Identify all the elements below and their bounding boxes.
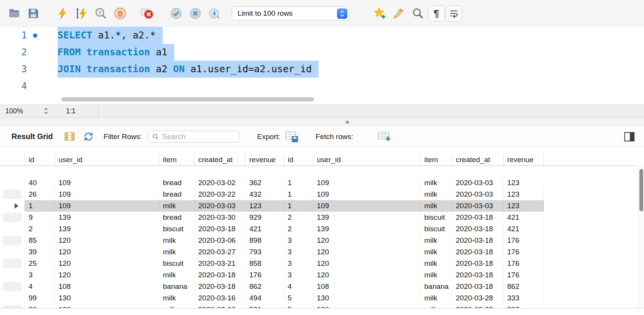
grid-row[interactable]: 2139biscuit2020-03-184212139biscuit2020-… <box>0 223 637 235</box>
editor-line[interactable]: 1SELECT a1.*, a2.* <box>0 27 644 44</box>
grid-row[interactable]: 39120milk2020-03-277933120milk2020-03-18… <box>0 246 637 258</box>
row-gutter[interactable] <box>0 212 25 223</box>
fetch-rows-button[interactable] <box>378 131 391 143</box>
grid-cell[interactable]: 109 <box>54 177 159 189</box>
grid-cell[interactable]: 494 <box>245 292 284 304</box>
grid-cell[interactable]: 85 <box>25 235 54 246</box>
grid-cell[interactable]: 793 <box>245 246 284 258</box>
row-gutter[interactable] <box>0 304 25 308</box>
grid-cell[interactable]: 421 <box>503 212 543 223</box>
grid-cell[interactable]: milk <box>159 246 194 258</box>
grid-cell[interactable]: 176 <box>245 269 284 281</box>
grid-cell[interactable]: 109 <box>313 189 420 200</box>
stop-query-button[interactable] <box>111 5 129 22</box>
grid-cell[interactable]: 4 <box>25 281 54 292</box>
execute-button[interactable] <box>54 5 71 22</box>
export-button[interactable] <box>286 131 299 143</box>
grid-cell[interactable]: milk <box>159 235 194 246</box>
grid-cell[interactable]: 130 <box>54 292 159 304</box>
grid-cell[interactable]: 120 <box>313 258 420 269</box>
grid-cell[interactable]: 333 <box>503 304 543 308</box>
refresh-button[interactable] <box>83 131 94 142</box>
grid-cell[interactable]: 2020-03-03 <box>452 177 503 189</box>
grid-cell[interactable]: 120 <box>54 235 159 246</box>
rollback-button[interactable] <box>187 5 204 22</box>
editor-horizontal-scrollbar[interactable] <box>61 97 314 101</box>
row-gutter[interactable] <box>0 258 25 269</box>
grid-cell[interactable]: 2020-03-18 <box>452 212 503 223</box>
grid-cell[interactable]: 898 <box>245 235 284 246</box>
grid-cell[interactable]: 130 <box>313 292 420 304</box>
grid-cell[interactable]: 2020-03-02 <box>194 177 245 189</box>
grid-cell[interactable]: 9 <box>25 212 54 223</box>
grid-cell[interactable]: 1 <box>284 177 313 189</box>
grid-cell[interactable]: 421 <box>245 223 284 235</box>
grid-row[interactable]: 4108banana2020-03-188624108banana2020-03… <box>0 281 637 292</box>
editor-line[interactable]: 4 <box>0 78 644 94</box>
grid-cell[interactable]: 1 <box>284 200 313 212</box>
pane-splitter[interactable] <box>0 118 644 126</box>
toggle-autocommit-button[interactable] <box>206 5 223 22</box>
grid-cell[interactable]: biscuit <box>420 223 452 235</box>
grid-cell[interactable]: 139 <box>54 212 159 223</box>
grid-view-button[interactable] <box>64 132 75 141</box>
grid-cell[interactable]: 123 <box>503 200 543 212</box>
grid-row[interactable]: 1109milk2020-03-031231109milk2020-03-031… <box>0 200 637 212</box>
commit-button[interactable] <box>167 5 185 22</box>
row-gutter[interactable] <box>0 281 25 292</box>
grid-row[interactable]: 86130milk2020-03-065815130milk2020-03-28… <box>0 304 637 308</box>
grid-cell[interactable]: 2020-03-06 <box>194 304 245 308</box>
grid-vertical-scrollbar[interactable] <box>638 166 644 308</box>
save-snippet-button[interactable] <box>371 5 388 22</box>
grid-cell[interactable]: 2020-03-30 <box>194 212 245 223</box>
grid-cell[interactable]: 108 <box>54 281 159 292</box>
grid-cell[interactable]: biscuit <box>420 212 452 223</box>
column-header-id-0[interactable]: id <box>25 154 54 166</box>
scrollbar-thumb[interactable] <box>639 169 643 211</box>
row-gutter[interactable] <box>0 189 25 200</box>
sql-editor[interactable]: 1SELECT a1.*, a2.*2FROM transaction a13J… <box>0 27 644 104</box>
grid-cell[interactable]: 929 <box>245 212 284 223</box>
grid-cell[interactable]: 862 <box>245 281 284 292</box>
beautify-script-button[interactable] <box>390 5 408 22</box>
grid-cell[interactable]: 2020-03-28 <box>452 304 503 308</box>
search-input[interactable] <box>162 133 231 141</box>
grid-cell[interactable]: 2020-03-18 <box>452 269 503 281</box>
row-gutter[interactable] <box>0 269 25 281</box>
row-gutter[interactable] <box>0 235 25 246</box>
row-gutter[interactable] <box>0 200 25 212</box>
grid-cell[interactable]: milk <box>420 269 452 281</box>
grid-cell[interactable]: 2020-03-16 <box>194 292 245 304</box>
grid-cell[interactable]: milk <box>420 304 452 308</box>
grid-cell[interactable]: bread <box>159 177 194 189</box>
grid-cell[interactable]: 2020-03-18 <box>452 223 503 235</box>
grid-cell[interactable]: milk <box>420 200 452 212</box>
grid-cell[interactable]: 2020-03-27 <box>194 246 245 258</box>
grid-cell[interactable]: 109 <box>313 200 420 212</box>
grid-cell[interactable]: 109 <box>54 189 159 200</box>
grid-cell[interactable]: 26 <box>25 189 54 200</box>
grid-cell[interactable]: 139 <box>313 223 420 235</box>
grid-cell[interactable]: 858 <box>245 258 284 269</box>
grid-cell[interactable]: milk <box>420 246 452 258</box>
grid-cell[interactable]: 2020-03-18 <box>452 258 503 269</box>
grid-cell[interactable]: milk <box>420 189 452 200</box>
grid-cell[interactable]: 130 <box>313 304 420 308</box>
row-gutter[interactable] <box>0 292 25 304</box>
grid-cell[interactable]: 176 <box>503 258 543 269</box>
grid-cell[interactable]: 362 <box>245 177 284 189</box>
toggle-stop-on-error-button[interactable] <box>138 5 156 22</box>
grid-cell[interactable]: biscuit <box>159 223 194 235</box>
column-header-item-2[interactable]: item <box>159 154 194 166</box>
column-header-user_id-6[interactable]: user_id <box>313 154 420 166</box>
grid-cell[interactable]: 3 <box>284 235 313 246</box>
column-header-item-7[interactable]: item <box>420 154 452 166</box>
grid-cell[interactable]: 109 <box>313 177 420 189</box>
grid-cell[interactable]: milk <box>420 235 452 246</box>
grid-row[interactable]: 40109bread2020-03-023621109milk2020-03-0… <box>0 177 637 189</box>
grid-cell[interactable]: 39 <box>25 246 54 258</box>
grid-cell[interactable]: 3 <box>284 269 313 281</box>
column-header-created_at-8[interactable]: created_at <box>452 154 503 166</box>
grid-cell[interactable]: 2020-03-18 <box>452 246 503 258</box>
grid-cell[interactable]: 86 <box>25 304 54 308</box>
